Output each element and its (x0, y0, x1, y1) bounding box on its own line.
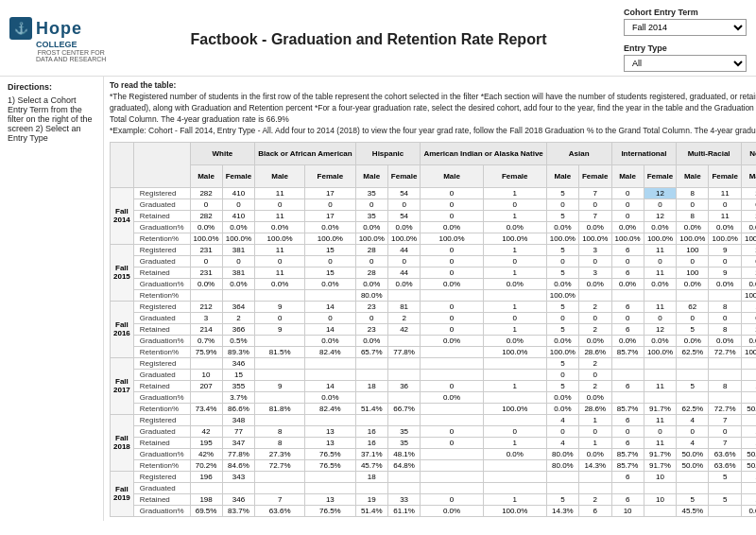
entry-select[interactable]: All (624, 55, 747, 72)
app-container: ⚓ Hope COLLEGE FROST CENTER FORDATA AND … (0, 0, 756, 521)
table-row: Retained 214366 914 2342 01 52 612 58 21… (111, 323, 757, 335)
row-grad-pct: Graduation% (133, 221, 190, 233)
data-table: White Black or African American Hispanic… (110, 142, 756, 516)
black-male: Male (255, 165, 305, 188)
col-asian: Asian (546, 143, 611, 165)
col-black: Black or African American (255, 143, 355, 165)
page-title: Factbook - Graduation and Retention Rate… (132, 31, 605, 48)
table-container: White Black or African American Hispanic… (110, 142, 756, 516)
sidebar: Directions: 1) Select a Cohort Entry Ter… (0, 77, 104, 521)
col-multi: Multi-Racial (677, 143, 742, 165)
table-row: Retention% 100.0%100.0% 100.0%100.0% 100… (111, 233, 757, 244)
multi-female: Female (709, 165, 742, 188)
intl-female: Female (644, 165, 677, 188)
col-white: White (190, 143, 255, 165)
table-row: Graduation% 0.0%0.0% 0.0%0.0% 0.0%0.0% 0… (111, 278, 757, 289)
asian-male: Male (546, 165, 578, 188)
multi-male: Male (677, 165, 709, 188)
table-row: Fall2018 Registered 348 41 611 47 1 76 (111, 414, 757, 425)
controls-panel: Cohort Entry Term Fall 2014 Entry Type A… (605, 8, 747, 72)
notspec-male: Male (741, 165, 756, 188)
year-2017: Fall2017 (111, 357, 134, 414)
row-ret-pct: Retention% (133, 233, 190, 244)
table-row: Fall2015 Registered 231381 1115 2844 01 … (111, 244, 757, 255)
table-row: Graduated 00 00 00 00 00 00 00 00 0 (111, 198, 757, 210)
table-row: Graduated 1015 00 (111, 369, 757, 380)
logo-hope-text: Hope (36, 19, 82, 39)
col-year (111, 143, 134, 187)
cohort-label: Cohort Entry Term (624, 8, 747, 17)
cohort-select[interactable]: Fall 2014 (624, 19, 747, 36)
white-female: Female (222, 165, 255, 188)
native-female: Female (483, 165, 546, 188)
hisp-female: Female (387, 165, 421, 188)
year-2016: Fall2016 (111, 301, 134, 357)
table-row: Fall2016 Registered 212364 914 2381 01 5… (111, 301, 757, 312)
instructions: To read the table: *The Registered numbe… (110, 80, 756, 136)
table-row: Graduated 4277 813 1635 00 00 00 00 10 (111, 425, 757, 437)
entry-label: Entry Type (624, 43, 747, 53)
year-2019: Fall2019 (111, 471, 134, 516)
col-not-spec: Not Specified (741, 143, 756, 165)
table-row: Fall2014 Registered 282410 1117 3554 01 … (111, 187, 757, 198)
col-hispanic: Hispanic (355, 143, 421, 165)
black-female: Female (305, 165, 356, 188)
cohort-control: Cohort Entry Term Fall 2014 (624, 8, 747, 36)
table-row: Graduated 32 00 02 00 00 00 00 00 5 (111, 312, 757, 323)
table-row: Retention% 80.0% 100.0% 100.0% (111, 289, 757, 301)
logo-college: COLLEGE (36, 40, 77, 49)
table-row: Graduated 00 00 00 00 00 00 00 00 0 (111, 255, 757, 267)
entry-control: Entry Type All (624, 43, 747, 72)
row-graduated: Graduated (133, 198, 190, 210)
logo-anchor: ⚓ (9, 17, 32, 40)
table-row: Graduation% 0.7%0.5% 0.0% 0.0% 0.0%0.0% … (111, 335, 757, 346)
white-male: Male (190, 165, 222, 188)
year-2015: Fall2015 (111, 244, 134, 301)
asian-female: Female (578, 165, 611, 188)
sidebar-title: Directions: (8, 82, 95, 92)
col-intl: International (611, 143, 677, 165)
table-row: Retained 231381 1115 2844 01 53 611 1009… (111, 267, 757, 278)
intl-male: Male (611, 165, 644, 188)
table-row: Fall2019 Registered 196343 18 610 5 1 64… (111, 471, 757, 482)
table-row: Fall2017 Registered 346 52 26 (111, 357, 757, 369)
header: ⚓ Hope COLLEGE FROST CENTER FORDATA AND … (0, 0, 756, 77)
table-row: Retention% 75.9%89.3% 81.5%82.4% 65.7%77… (111, 346, 757, 357)
logo-hope: ⚓ Hope (9, 17, 82, 40)
content: Directions: 1) Select a Cohort Entry Ter… (0, 77, 756, 521)
table-row: Retained 207355 914 1836 01 52 611 58 11… (111, 380, 757, 391)
table-row: Retention% 70.2%84.6% 72.7%76.5% 45.7%64… (111, 459, 757, 471)
table-row: Retained 198346 713 1933 01 52 610 55 10… (111, 493, 757, 505)
row-registered: Registered (133, 187, 190, 198)
sidebar-text: 1) Select a Cohort Entry Term from the f… (8, 95, 95, 143)
row-retained: Retained (133, 210, 190, 221)
table-row: Graduated (111, 482, 757, 493)
col-row-type (133, 143, 190, 187)
table-row: Retention% 73.4%86.6% 81.8%82.4% 51.4%66… (111, 403, 757, 414)
table-row: Graduation% 3.7% 0.0% 0.0% 0.0%0.0% 3.0% (111, 391, 757, 403)
year-2014: Fall2014 (111, 187, 134, 244)
table-row: Graduation% 69.5%83.7% 63.6%76.5% 51.4%6… (111, 505, 757, 516)
year-2018: Fall2018 (111, 414, 134, 471)
table-row: Retained 282410 1117 3554 01 57 012 811 … (111, 210, 757, 221)
native-male: Male (421, 165, 483, 188)
main-area: To read the table: *The Registered numbe… (104, 77, 756, 521)
col-native: American Indian or Alaska Native (421, 143, 546, 165)
hisp-male: Male (355, 165, 387, 188)
logo-subtitle: FROST CENTER FORDATA AND RESEARCH (36, 49, 106, 62)
table-row: Graduation% 0.0%0.0% 0.0%0.0% 0.0%0.0% 0… (111, 221, 757, 233)
table-row: Retained 195347 813 1635 01 41 611 47 11… (111, 437, 757, 448)
table-row: Graduation% 42%77.8% 27.3%76.5% 37.1%48.… (111, 448, 757, 459)
logo-area: ⚓ Hope COLLEGE FROST CENTER FORDATA AND … (9, 17, 132, 62)
